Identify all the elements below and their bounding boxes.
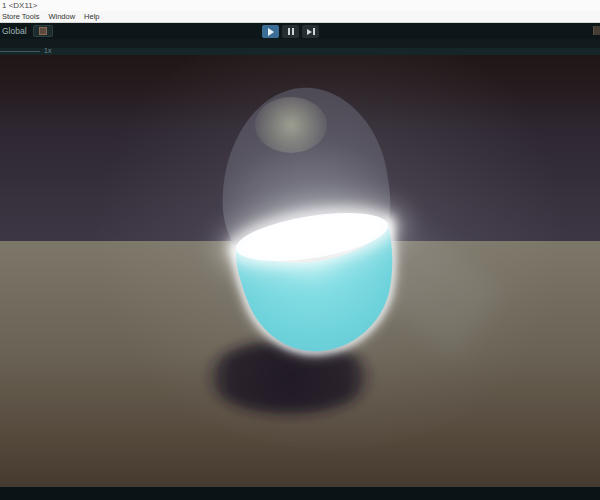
window-title: 1 <DX11> xyxy=(0,0,600,11)
layout-dropdown-icon[interactable] xyxy=(593,26,600,35)
play-button[interactable] xyxy=(262,25,279,38)
step-icon xyxy=(307,28,315,35)
pause-icon xyxy=(288,28,294,35)
collab-button[interactable] xyxy=(33,25,53,37)
menu-window[interactable]: Window xyxy=(48,11,80,22)
scale-slider[interactable] xyxy=(0,51,40,52)
bottom-panel-edge xyxy=(0,487,600,500)
pause-button[interactable] xyxy=(282,25,299,38)
menu-store-tools[interactable]: Store Tools xyxy=(2,11,44,22)
scale-value: 1x xyxy=(44,47,51,55)
game-tab-row xyxy=(0,39,600,48)
global-toggle[interactable]: Global xyxy=(2,23,27,39)
play-icon xyxy=(268,28,274,36)
editor-toolbar: Global xyxy=(0,23,600,39)
menu-bar: Store Tools Window Help xyxy=(0,11,600,23)
menu-help[interactable]: Help xyxy=(84,11,104,22)
scene-render xyxy=(0,55,600,487)
step-button[interactable] xyxy=(302,25,319,38)
game-view-toolbar: 1x xyxy=(0,48,600,55)
specular-highlight xyxy=(255,97,327,153)
grid-icon xyxy=(39,27,47,35)
game-viewport[interactable] xyxy=(0,55,600,487)
playback-controls xyxy=(262,25,319,38)
